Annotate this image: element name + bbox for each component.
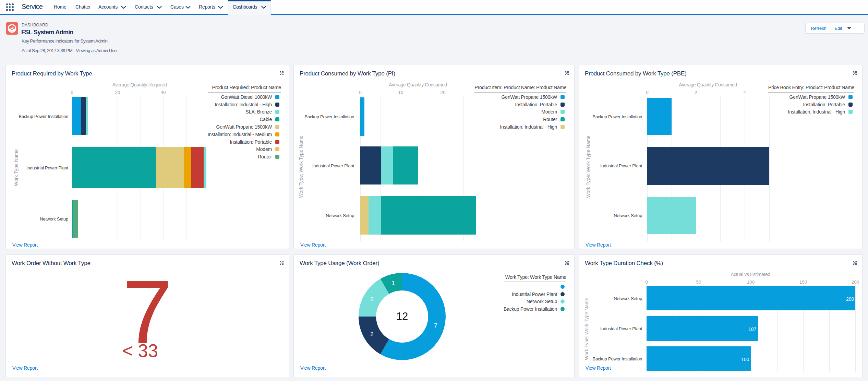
svg-text:1: 1 xyxy=(391,280,395,286)
svg-text:12: 12 xyxy=(396,310,408,322)
svg-text:2: 2 xyxy=(370,331,373,337)
svg-text:2: 2 xyxy=(370,296,373,302)
svg-text:7: 7 xyxy=(434,322,437,329)
